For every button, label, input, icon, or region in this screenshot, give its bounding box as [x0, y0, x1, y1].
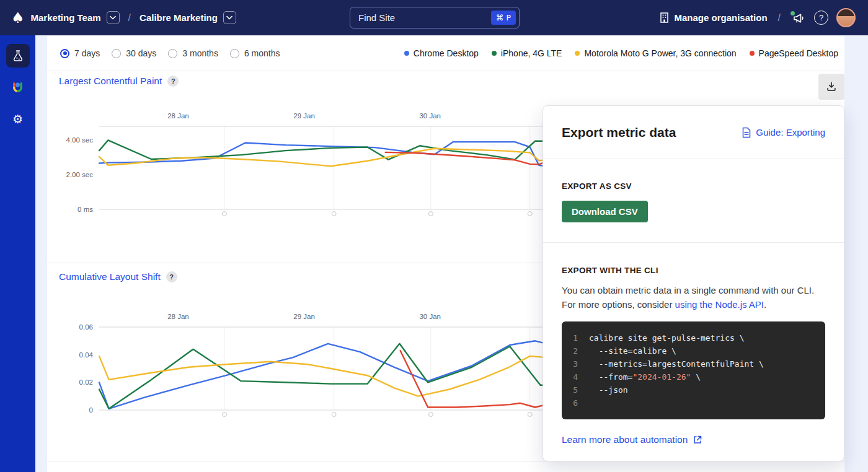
site-switcher[interactable]: Calibre Marketing: [140, 11, 236, 24]
radio-icon: [60, 49, 69, 58]
time-range-label: 30 days: [126, 48, 156, 58]
team-name: Marketing Team: [31, 12, 101, 23]
nodejs-api-link[interactable]: using the Node.js API: [675, 299, 764, 310]
radio-icon: [168, 49, 177, 58]
time-range-7-days[interactable]: 7 days: [60, 48, 100, 58]
svg-text:2.00 sec: 2.00 sec: [66, 171, 94, 178]
cls-chart-title[interactable]: Cumulative Layout Shift: [59, 271, 161, 282]
svg-text:0 ms: 0 ms: [78, 206, 93, 213]
radio-icon: [112, 49, 121, 58]
legend-label: Chrome Desktop: [414, 48, 479, 58]
controls-row: 7 days30 days3 months6 months Chrome Des…: [47, 36, 844, 71]
legend-item-iphone-4g-lte[interactable]: iPhone, 4G LTE: [492, 48, 562, 58]
code-line: 3 --metrics=largestContentfulPaint \: [562, 357, 825, 370]
legend-item-pagespeed-desktop[interactable]: PageSpeed Desktop: [750, 48, 838, 58]
sidebar-item-chrome-ux[interactable]: [6, 76, 30, 99]
learn-more-label: Learn more about automation: [562, 434, 688, 445]
sidebar-item-settings[interactable]: ⚙: [6, 107, 30, 131]
time-range-30-days[interactable]: 30 days: [112, 48, 156, 58]
nav-divider: /: [776, 12, 783, 24]
svg-text:28 Jan: 28 Jan: [167, 313, 189, 320]
legend-dot-icon: [750, 51, 755, 56]
time-range-label: 7 days: [74, 48, 100, 58]
site-name: Calibre Marketing: [140, 12, 218, 23]
svg-text:4.00 sec: 4.00 sec: [66, 136, 94, 144]
lcp-chart-title[interactable]: Largest Contentful Paint: [59, 76, 162, 87]
legend-dot-icon: [404, 51, 409, 56]
chevron-down-icon[interactable]: [107, 11, 120, 24]
lab-flask-icon: [11, 49, 25, 63]
download-csv-button[interactable]: Download CSV: [562, 201, 648, 222]
export-download-button[interactable]: [818, 74, 844, 100]
lcp-help-icon[interactable]: ?: [167, 76, 179, 87]
time-range-label: 6 months: [244, 48, 280, 58]
breadcrumb-separator: /: [126, 12, 133, 24]
cli-code-block: 1calibre site get-pulse-metrics \2 --sit…: [562, 321, 825, 419]
cls-help-icon[interactable]: ?: [166, 271, 177, 282]
time-range-radio-group: 7 days30 days3 months6 months: [60, 48, 291, 58]
legend-item-motorola-moto-g-power-3g-connection[interactable]: Motorola Moto G Power, 3G connection: [575, 48, 736, 58]
guide-exporting-label: Guide: Exporting: [756, 127, 825, 138]
legend-dot-icon: [492, 51, 497, 56]
export-csv-heading: EXPORT AS CSV: [562, 181, 825, 191]
export-csv-section: EXPORT AS CSV Download CSV: [543, 159, 844, 243]
time-range-3-months[interactable]: 3 months: [168, 48, 218, 58]
legend-item-chrome-desktop[interactable]: Chrome Desktop: [404, 48, 479, 58]
keyboard-shortcut-badge: ⌘ P: [491, 11, 516, 25]
export-panel-title: Export metric data: [562, 125, 676, 140]
find-site-input[interactable]: Find Site ⌘ P: [350, 7, 520, 28]
external-link-icon: [693, 435, 702, 445]
help-button[interactable]: ?: [814, 11, 828, 25]
legend-label: iPhone, 4G LTE: [501, 48, 562, 58]
manage-organisation-button[interactable]: Manage organisation: [659, 12, 768, 24]
radio-icon: [230, 49, 239, 58]
cli-description: You can obtain metric data in a single c…: [562, 283, 825, 312]
legend-dot-icon: [575, 51, 580, 56]
left-sidebar: ⚙: [0, 35, 35, 472]
learn-more-automation-link[interactable]: Learn more about automation: [562, 434, 825, 445]
code-line: 4 --from="2024-01-26" \: [562, 370, 825, 383]
cli-description-period: .: [764, 299, 766, 310]
chevron-down-icon[interactable]: [223, 11, 236, 24]
code-line: 5 --json: [562, 383, 825, 396]
svg-text:30 Jan: 30 Jan: [419, 112, 441, 120]
export-metric-data-panel: Export metric data Guide: Exporting EXPO…: [542, 105, 844, 461]
export-panel-header: Export metric data Guide: Exporting: [543, 106, 844, 159]
export-cli-section: EXPORT WITH THE CLI You can obtain metri…: [543, 243, 844, 445]
notification-dot: [790, 11, 795, 15]
download-icon: [825, 81, 838, 93]
svg-text:29 Jan: 29 Jan: [293, 112, 315, 120]
code-line: 1calibre site get-pulse-metrics \: [562, 331, 825, 344]
next-card-section: [47, 461, 844, 472]
legend-label: Motorola Moto G Power, 3G connection: [584, 48, 736, 58]
chrome-ux-icon: [10, 80, 25, 95]
manage-organisation-label: Manage organisation: [675, 12, 768, 23]
code-line: 2 --site=calibre \: [562, 344, 825, 357]
calibre-logo-spade-icon[interactable]: ♠: [11, 11, 25, 25]
code-line: 6: [562, 396, 825, 409]
svg-text:0.06: 0.06: [79, 323, 93, 331]
find-site-placeholder: Find Site: [358, 12, 491, 23]
announcements-megaphone-icon[interactable]: [791, 11, 806, 25]
settings-gear-icon: ⚙: [12, 112, 23, 126]
svg-text:29 Jan: 29 Jan: [293, 313, 315, 320]
time-range-6-months[interactable]: 6 months: [230, 48, 280, 58]
document-icon: [742, 127, 751, 138]
legend-label: PageSpeed Desktop: [759, 48, 838, 58]
svg-text:0: 0: [89, 406, 93, 414]
svg-text:30 Jan: 30 Jan: [419, 313, 441, 320]
building-icon: [659, 12, 670, 24]
svg-text:0.02: 0.02: [79, 378, 93, 386]
export-cli-heading: EXPORT WITH THE CLI: [562, 266, 825, 275]
guide-exporting-link[interactable]: Guide: Exporting: [742, 127, 825, 138]
team-switcher[interactable]: Marketing Team: [31, 11, 120, 24]
svg-text:28 Jan: 28 Jan: [167, 112, 189, 120]
user-avatar[interactable]: [836, 8, 856, 27]
top-navbar: ♠ Marketing Team / Calibre Marketing Fin…: [0, 0, 868, 35]
sidebar-item-tests-flask[interactable]: [6, 44, 30, 68]
svg-text:0.04: 0.04: [79, 351, 94, 359]
time-range-label: 3 months: [182, 48, 218, 58]
chart-legend: Chrome DesktopiPhone, 4G LTEMotorola Mot…: [404, 48, 844, 58]
